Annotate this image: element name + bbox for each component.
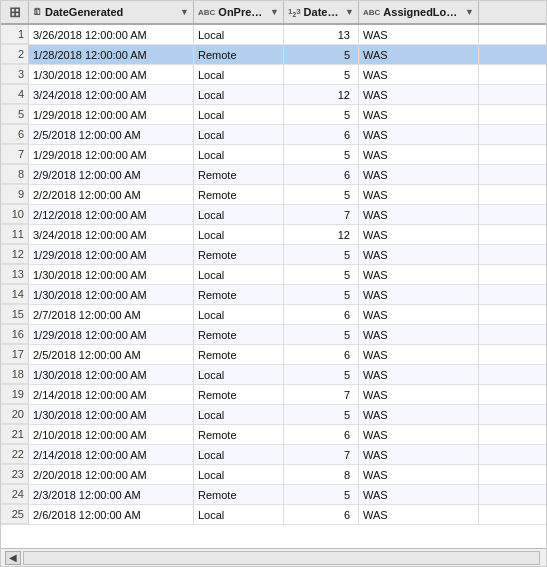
table-row[interactable]: 92/2/2018 12:00:00 AMRemote5WAS — [1, 185, 546, 205]
row-number: 14 — [1, 285, 29, 304]
cell-dateweek: 5 — [284, 45, 359, 64]
cell-onpremise: Local — [194, 205, 284, 224]
cell-assigned: WAS — [359, 465, 479, 484]
cell-assigned: WAS — [359, 25, 479, 44]
table-row[interactable]: 222/14/2018 12:00:00 AMLocal7WAS — [1, 445, 546, 465]
cell-date: 1/28/2018 12:00:00 AM — [29, 45, 194, 64]
cell-date: 1/30/2018 12:00:00 AM — [29, 265, 194, 284]
col-sort-dateweek[interactable]: ▼ — [345, 7, 354, 17]
table-row[interactable]: 141/30/2018 12:00:00 AMRemote5WAS — [1, 285, 546, 305]
cell-onpremise: Local — [194, 505, 284, 524]
row-number: 3 — [1, 65, 29, 84]
table-row[interactable]: 43/24/2018 12:00:00 AMLocal12WAS — [1, 85, 546, 105]
cell-dateweek: 5 — [284, 485, 359, 504]
cell-assigned: WAS — [359, 165, 479, 184]
cell-onpremise: Local — [194, 305, 284, 324]
table-row[interactable]: 131/30/2018 12:00:00 AMLocal5WAS — [1, 265, 546, 285]
table-row[interactable]: 102/12/2018 12:00:00 AMLocal7WAS — [1, 205, 546, 225]
cell-date: 2/5/2018 12:00:00 AM — [29, 345, 194, 364]
table-row[interactable]: 201/30/2018 12:00:00 AMLocal5WAS — [1, 405, 546, 425]
cell-dateweek: 5 — [284, 105, 359, 124]
cell-assigned: WAS — [359, 385, 479, 404]
scroll-left-button[interactable]: ◀ — [5, 551, 21, 565]
cell-assigned: WAS — [359, 85, 479, 104]
table-row[interactable]: 212/10/2018 12:00:00 AMRemote6WAS — [1, 425, 546, 445]
cell-onpremise: Local — [194, 65, 284, 84]
horizontal-scrollbar[interactable] — [23, 551, 540, 565]
header-row: ⊞ 🗓 DateGenerated ▼ ABC OnPremise ▼ 123 … — [1, 1, 546, 25]
cell-assigned: WAS — [359, 305, 479, 324]
table-row[interactable]: 192/14/2018 12:00:00 AMRemote7WAS — [1, 385, 546, 405]
cell-dateweek: 5 — [284, 265, 359, 284]
cell-dateweek: 6 — [284, 165, 359, 184]
cell-date: 3/24/2018 12:00:00 AM — [29, 85, 194, 104]
row-number: 17 — [1, 345, 29, 364]
cell-assigned: WAS — [359, 365, 479, 384]
row-number: 9 — [1, 185, 29, 204]
col-header-dategenerated[interactable]: 🗓 DateGenerated ▼ — [29, 1, 194, 23]
col-sort-assigned[interactable]: ▼ — [465, 7, 474, 17]
cell-date: 1/29/2018 12:00:00 AM — [29, 105, 194, 124]
col-header-dateweek[interactable]: 123 DateWeek ▼ — [284, 1, 359, 23]
cell-dateweek: 5 — [284, 325, 359, 344]
row-number: 22 — [1, 445, 29, 464]
cell-dateweek: 7 — [284, 445, 359, 464]
table-row[interactable]: 62/5/2018 12:00:00 AMLocal6WAS — [1, 125, 546, 145]
table-row[interactable]: 172/5/2018 12:00:00 AMRemote6WAS — [1, 345, 546, 365]
cell-assigned: WAS — [359, 245, 479, 264]
cell-dateweek: 5 — [284, 245, 359, 264]
row-number: 7 — [1, 145, 29, 164]
cell-dateweek: 12 — [284, 225, 359, 244]
cell-onpremise: Local — [194, 145, 284, 164]
table-row[interactable]: 242/3/2018 12:00:00 AMRemote5WAS — [1, 485, 546, 505]
cell-date: 2/9/2018 12:00:00 AM — [29, 165, 194, 184]
row-number: 21 — [1, 425, 29, 444]
onpremise-col-icon: ABC — [198, 8, 215, 17]
col-sort-onpremise[interactable]: ▼ — [270, 7, 279, 17]
table-row[interactable]: 113/24/2018 12:00:00 AMLocal12WAS — [1, 225, 546, 245]
cell-onpremise: Local — [194, 85, 284, 104]
row-number: 6 — [1, 125, 29, 144]
data-rows-container[interactable]: 13/26/2018 12:00:00 AMLocal13WAS21/28/20… — [1, 25, 546, 548]
cell-dateweek: 13 — [284, 25, 359, 44]
col-label-dateweek: DateWeek — [304, 6, 343, 18]
cell-date: 2/14/2018 12:00:00 AM — [29, 445, 194, 464]
table-row[interactable]: 31/30/2018 12:00:00 AMLocal5WAS — [1, 65, 546, 85]
table-row[interactable]: 161/29/2018 12:00:00 AMRemote5WAS — [1, 325, 546, 345]
assigned-col-icon: ABC — [363, 8, 380, 17]
cell-dateweek: 5 — [284, 285, 359, 304]
row-number: 19 — [1, 385, 29, 404]
table-row[interactable]: 21/28/2018 12:00:00 AMRemote5WAS — [1, 45, 546, 65]
table-row[interactable]: 121/29/2018 12:00:00 AMRemote5WAS — [1, 245, 546, 265]
cell-date: 1/29/2018 12:00:00 AM — [29, 325, 194, 344]
cell-dateweek: 7 — [284, 385, 359, 404]
cell-onpremise: Remote — [194, 185, 284, 204]
row-number: 25 — [1, 505, 29, 524]
cell-onpremise: Remote — [194, 425, 284, 444]
col-header-assigned[interactable]: ABC AssignedLocation ▼ — [359, 1, 479, 23]
cell-onpremise: Remote — [194, 285, 284, 304]
row-number: 24 — [1, 485, 29, 504]
cell-date: 1/30/2018 12:00:00 AM — [29, 365, 194, 384]
table-row[interactable]: 82/9/2018 12:00:00 AMRemote6WAS — [1, 165, 546, 185]
cell-date: 2/14/2018 12:00:00 AM — [29, 385, 194, 404]
table-row[interactable]: 71/29/2018 12:00:00 AMLocal5WAS — [1, 145, 546, 165]
table-row[interactable]: 252/6/2018 12:00:00 AMLocal6WAS — [1, 505, 546, 525]
row-number: 23 — [1, 465, 29, 484]
col-header-onpremise[interactable]: ABC OnPremise ▼ — [194, 1, 284, 23]
table-row[interactable]: 152/7/2018 12:00:00 AMLocal6WAS — [1, 305, 546, 325]
cell-dateweek: 6 — [284, 345, 359, 364]
cell-onpremise: Remote — [194, 165, 284, 184]
col-label-onpremise: OnPremise — [218, 6, 268, 18]
cell-dateweek: 5 — [284, 145, 359, 164]
table-row[interactable]: 232/20/2018 12:00:00 AMLocal8WAS — [1, 465, 546, 485]
table-row[interactable]: 51/29/2018 12:00:00 AMLocal5WAS — [1, 105, 546, 125]
cell-assigned: WAS — [359, 425, 479, 444]
row-number: 1 — [1, 25, 29, 44]
row-number: 12 — [1, 245, 29, 264]
col-sort-dategenerated[interactable]: ▼ — [180, 7, 189, 17]
table-row[interactable]: 181/30/2018 12:00:00 AMLocal5WAS — [1, 365, 546, 385]
cell-dateweek: 5 — [284, 365, 359, 384]
cell-dateweek: 8 — [284, 465, 359, 484]
table-row[interactable]: 13/26/2018 12:00:00 AMLocal13WAS — [1, 25, 546, 45]
